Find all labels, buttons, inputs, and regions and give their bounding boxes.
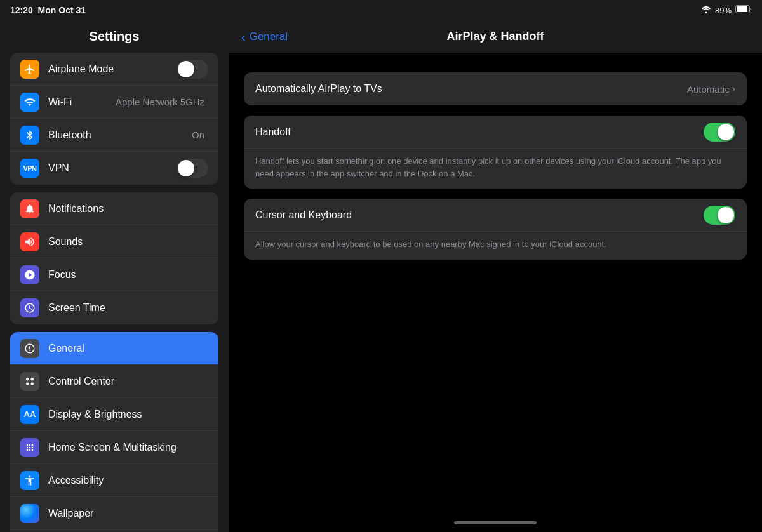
bluetooth-icon <box>20 126 39 145</box>
sidebar-item-general[interactable]: General <box>10 332 218 365</box>
svg-point-9 <box>32 444 34 446</box>
wifi-icon <box>701 6 711 15</box>
auto-airplay-label: Automatically AirPlay to TVs <box>255 83 687 95</box>
sidebar-item-wallpaper[interactable]: Wallpaper <box>10 497 218 530</box>
cursor-keyboard-label: Cursor and Keyboard <box>255 209 704 221</box>
handoff-description: Handoff lets you start something on one … <box>244 149 747 189</box>
content-header: ‹ General AirPlay & Handoff <box>229 20 762 53</box>
content-footer <box>229 289 762 533</box>
airplane-mode-icon <box>20 60 39 79</box>
general-label: General <box>48 343 208 354</box>
home-screen-icon <box>20 438 39 457</box>
battery-percentage: 89% <box>715 6 732 15</box>
home-screen-label: Home Screen & Multitasking <box>48 442 208 453</box>
svg-point-0 <box>705 11 707 13</box>
sidebar-item-bluetooth[interactable]: Bluetooth On <box>10 119 218 152</box>
back-label: General <box>250 30 288 43</box>
content-area: ‹ General AirPlay & Handoff Automaticall… <box>229 20 762 532</box>
svg-point-3 <box>26 378 29 381</box>
sounds-label: Sounds <box>48 236 208 248</box>
wallpaper-label: Wallpaper <box>48 508 208 519</box>
sidebar-item-sounds[interactable]: Sounds <box>10 225 218 258</box>
sidebar-item-control-center[interactable]: Control Center <box>10 365 218 398</box>
bluetooth-label: Bluetooth <box>48 130 192 141</box>
vpn-icon: VPN <box>20 159 39 178</box>
display-brightness-icon: AA <box>20 405 39 424</box>
sidebar-item-screen-time[interactable]: Screen Time <box>10 291 218 324</box>
battery-icon <box>735 5 752 15</box>
airplane-mode-label: Airplane Mode <box>48 63 177 75</box>
screen-time-label: Screen Time <box>48 302 208 314</box>
svg-point-7 <box>27 444 29 446</box>
focus-label: Focus <box>48 269 208 281</box>
display-brightness-label: Display & Brightness <box>48 409 208 420</box>
status-time-date: 12:20 Mon Oct 31 <box>10 5 86 15</box>
handoff-row: Handoff <box>244 116 747 149</box>
sidebar-group-system2: General Control Center AA Display & Brig… <box>10 332 218 532</box>
svg-point-8 <box>29 444 31 446</box>
sidebar-item-airplane-mode[interactable]: Airplane Mode <box>10 53 218 86</box>
sidebar-item-accessibility[interactable]: Accessibility <box>10 464 218 497</box>
cursor-keyboard-description: Allow your cursor and keyboard to be use… <box>244 232 747 260</box>
wallpaper-icon <box>20 504 39 523</box>
handoff-label: Handoff <box>255 126 704 138</box>
screen-time-icon <box>20 298 39 317</box>
auto-airplay-chevron: › <box>732 83 735 95</box>
status-bar: 12:20 Mon Oct 31 89% <box>0 0 762 20</box>
svg-point-5 <box>26 382 29 385</box>
svg-point-12 <box>32 446 34 448</box>
sidebar-item-focus[interactable]: Focus <box>10 258 218 291</box>
sidebar-item-display-brightness[interactable]: AA Display & Brightness <box>10 398 218 431</box>
control-center-label: Control Center <box>48 376 208 387</box>
chevron-left-icon: ‹ <box>241 30 246 43</box>
sidebar-item-notifications[interactable]: Notifications <box>10 192 218 225</box>
sidebar-title: Settings <box>0 20 229 53</box>
airplay-card: Automatically AirPlay to TVs Automatic › <box>244 72 747 105</box>
notifications-label: Notifications <box>48 203 208 215</box>
sidebar-item-vpn[interactable]: VPN VPN <box>10 152 218 185</box>
sidebar-item-home-screen[interactable]: Home Screen & Multitasking <box>10 431 218 464</box>
content-body: Automatically AirPlay to TVs Automatic ›… <box>229 53 762 289</box>
scroll-indicator <box>454 521 537 524</box>
general-icon <box>20 339 39 358</box>
accessibility-label: Accessibility <box>48 475 208 486</box>
bluetooth-value: On <box>192 130 204 140</box>
svg-point-15 <box>32 449 34 451</box>
sidebar: Settings Airplane Mode Wi-Fi Apple Netwo… <box>0 20 229 532</box>
back-button[interactable]: ‹ General <box>241 30 292 43</box>
svg-point-14 <box>29 449 31 451</box>
wifi-value: Apple Network 5GHz <box>116 96 204 107</box>
handoff-toggle[interactable] <box>704 123 735 142</box>
sounds-icon <box>20 232 39 251</box>
airplane-mode-toggle[interactable] <box>177 60 208 79</box>
sidebar-group-system1: Notifications Sounds Focus <box>10 192 218 324</box>
vpn-toggle[interactable] <box>177 159 208 178</box>
cursor-keyboard-card: Cursor and Keyboard Allow your cursor an… <box>244 199 747 260</box>
auto-airplay-row[interactable]: Automatically AirPlay to TVs Automatic › <box>244 72 747 105</box>
cursor-keyboard-toggle[interactable] <box>704 206 735 225</box>
status-indicators: 89% <box>701 5 752 15</box>
svg-point-4 <box>31 378 34 381</box>
svg-point-11 <box>29 446 31 448</box>
vpn-label: VPN <box>48 163 177 174</box>
auto-airplay-value: Automatic <box>687 84 730 95</box>
control-center-icon <box>20 372 39 391</box>
accessibility-icon <box>20 471 39 490</box>
sidebar-group-connectivity: Airplane Mode Wi-Fi Apple Network 5GHz B… <box>10 53 218 185</box>
notifications-icon <box>20 199 39 218</box>
focus-icon <box>20 265 39 284</box>
wifi-label: Wi-Fi <box>48 96 116 108</box>
svg-point-6 <box>31 382 34 385</box>
svg-rect-2 <box>737 6 747 12</box>
main-layout: Settings Airplane Mode Wi-Fi Apple Netwo… <box>0 20 762 532</box>
sidebar-item-wifi[interactable]: Wi-Fi Apple Network 5GHz <box>10 86 218 119</box>
svg-point-10 <box>27 446 29 448</box>
content-title: AirPlay & Handoff <box>292 30 698 43</box>
svg-point-13 <box>27 449 29 451</box>
wifi-settings-icon <box>20 93 39 112</box>
handoff-card: Handoff Handoff lets you start something… <box>244 116 747 189</box>
cursor-keyboard-row: Cursor and Keyboard <box>244 199 747 232</box>
